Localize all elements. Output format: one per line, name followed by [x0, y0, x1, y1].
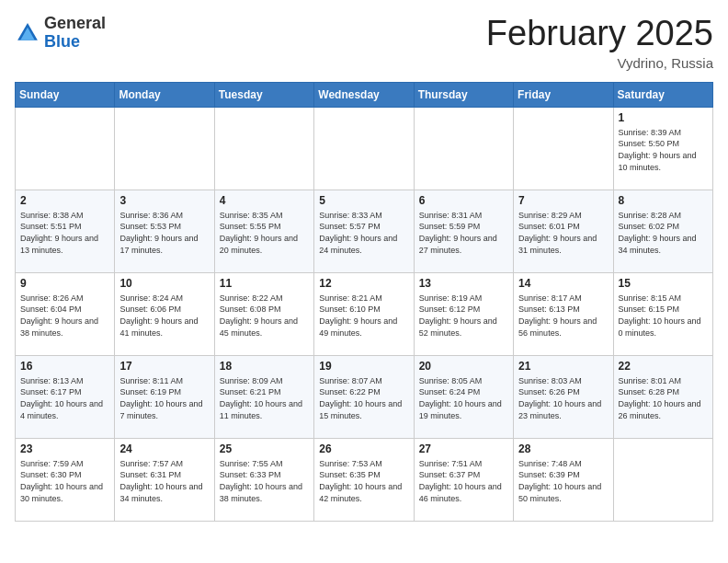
day-number: 13	[419, 277, 508, 290]
calendar-header-row: Sunday Monday Tuesday Wednesday Thursday…	[16, 82, 713, 107]
day-info: Sunrise: 8:21 AM Sunset: 6:10 PM Dayligh…	[319, 293, 408, 339]
day-number: 21	[518, 360, 608, 373]
weekday-wednesday: Wednesday	[314, 82, 414, 107]
logo-icon	[15, 20, 40, 46]
day-number: 5	[319, 194, 408, 207]
title-block: February 2025 Vydrino, Russia	[486, 15, 713, 71]
day-number: 20	[419, 360, 508, 373]
day-number: 25	[220, 442, 309, 455]
day-number: 17	[119, 360, 209, 373]
calendar-cell-w0-d2	[214, 107, 313, 190]
calendar-cell-w2-d1: 10Sunrise: 8:24 AM Sunset: 6:06 PM Dayli…	[115, 272, 214, 355]
day-info: Sunrise: 8:22 AM Sunset: 6:08 PM Dayligh…	[220, 293, 309, 339]
weekday-tuesday: Tuesday	[214, 82, 313, 107]
day-info: Sunrise: 8:15 AM Sunset: 6:15 PM Dayligh…	[619, 293, 708, 339]
weekday-saturday: Saturday	[613, 82, 712, 107]
calendar-cell-w0-d3	[314, 107, 414, 190]
day-number: 6	[419, 194, 508, 207]
calendar-cell-w4-d0: 23Sunrise: 7:59 AM Sunset: 6:30 PM Dayli…	[16, 438, 115, 521]
day-number: 22	[619, 360, 708, 373]
day-info: Sunrise: 8:17 AM Sunset: 6:13 PM Dayligh…	[518, 293, 608, 339]
day-info: Sunrise: 8:07 AM Sunset: 6:22 PM Dayligh…	[319, 375, 408, 421]
day-info: Sunrise: 8:31 AM Sunset: 5:59 PM Dayligh…	[419, 210, 508, 256]
calendar-cell-w2-d0: 9Sunrise: 8:26 AM Sunset: 6:04 PM Daylig…	[16, 272, 115, 355]
day-number: 3	[119, 194, 209, 207]
calendar-cell-w1-d1: 3Sunrise: 8:36 AM Sunset: 5:53 PM Daylig…	[115, 190, 214, 272]
day-number: 1	[619, 111, 708, 124]
calendar-cell-w1-d0: 2Sunrise: 8:38 AM Sunset: 5:51 PM Daylig…	[16, 190, 115, 272]
calendar-cell-w3-d4: 20Sunrise: 8:05 AM Sunset: 6:24 PM Dayli…	[414, 355, 513, 438]
day-info: Sunrise: 8:19 AM Sunset: 6:12 PM Dayligh…	[419, 293, 508, 339]
day-info: Sunrise: 8:03 AM Sunset: 6:26 PM Dayligh…	[518, 375, 608, 421]
calendar-cell-w2-d4: 13Sunrise: 8:19 AM Sunset: 6:12 PM Dayli…	[414, 272, 513, 355]
day-number: 24	[119, 442, 209, 455]
calendar-cell-w0-d4	[414, 107, 513, 190]
day-number: 4	[220, 194, 309, 207]
day-info: Sunrise: 8:05 AM Sunset: 6:24 PM Dayligh…	[419, 375, 508, 421]
weekday-thursday: Thursday	[414, 82, 513, 107]
week-row-0: 1Sunrise: 8:39 AM Sunset: 5:50 PM Daylig…	[16, 107, 713, 190]
day-info: Sunrise: 8:28 AM Sunset: 6:02 PM Dayligh…	[619, 210, 708, 256]
day-info: Sunrise: 8:29 AM Sunset: 6:01 PM Dayligh…	[518, 210, 608, 256]
weekday-monday: Monday	[115, 82, 214, 107]
calendar-cell-w0-d6: 1Sunrise: 8:39 AM Sunset: 5:50 PM Daylig…	[613, 107, 712, 190]
day-number: 15	[619, 277, 708, 290]
day-info: Sunrise: 7:53 AM Sunset: 6:35 PM Dayligh…	[319, 458, 408, 504]
day-info: Sunrise: 8:01 AM Sunset: 6:28 PM Dayligh…	[619, 375, 708, 421]
week-row-1: 2Sunrise: 8:38 AM Sunset: 5:51 PM Daylig…	[16, 190, 713, 272]
calendar-cell-w4-d6	[613, 438, 712, 521]
logo: General Blue	[15, 15, 106, 52]
calendar-cell-w3-d2: 18Sunrise: 8:09 AM Sunset: 6:21 PM Dayli…	[214, 355, 313, 438]
calendar-cell-w3-d3: 19Sunrise: 8:07 AM Sunset: 6:22 PM Dayli…	[314, 355, 414, 438]
day-info: Sunrise: 7:57 AM Sunset: 6:31 PM Dayligh…	[119, 458, 209, 504]
day-number: 12	[319, 277, 408, 290]
day-number: 18	[220, 360, 309, 373]
week-row-4: 23Sunrise: 7:59 AM Sunset: 6:30 PM Dayli…	[16, 438, 713, 521]
calendar-cell-w1-d2: 4Sunrise: 8:35 AM Sunset: 5:55 PM Daylig…	[214, 190, 313, 272]
day-info: Sunrise: 8:39 AM Sunset: 5:50 PM Dayligh…	[619, 127, 708, 173]
day-number: 8	[619, 194, 708, 207]
logo-text: General Blue	[44, 15, 106, 52]
day-info: Sunrise: 8:38 AM Sunset: 5:51 PM Dayligh…	[20, 210, 109, 256]
day-info: Sunrise: 7:48 AM Sunset: 6:39 PM Dayligh…	[518, 458, 608, 504]
day-info: Sunrise: 8:35 AM Sunset: 5:55 PM Dayligh…	[220, 210, 309, 256]
calendar-cell-w0-d1	[115, 107, 214, 190]
logo-general: General	[44, 14, 106, 32]
calendar-cell-w4-d3: 26Sunrise: 7:53 AM Sunset: 6:35 PM Dayli…	[314, 438, 414, 521]
week-row-3: 16Sunrise: 8:13 AM Sunset: 6:17 PM Dayli…	[16, 355, 713, 438]
day-info: Sunrise: 8:11 AM Sunset: 6:19 PM Dayligh…	[119, 375, 209, 421]
day-number: 23	[20, 442, 109, 455]
calendar-cell-w3-d1: 17Sunrise: 8:11 AM Sunset: 6:19 PM Dayli…	[115, 355, 214, 438]
calendar-cell-w4-d1: 24Sunrise: 7:57 AM Sunset: 6:31 PM Dayli…	[115, 438, 214, 521]
calendar-cell-w0-d0	[16, 107, 115, 190]
weekday-friday: Friday	[514, 82, 613, 107]
calendar-cell-w2-d6: 15Sunrise: 8:15 AM Sunset: 6:15 PM Dayli…	[613, 272, 712, 355]
calendar-cell-w4-d5: 28Sunrise: 7:48 AM Sunset: 6:39 PM Dayli…	[514, 438, 613, 521]
calendar: Sunday Monday Tuesday Wednesday Thursday…	[15, 82, 713, 522]
day-info: Sunrise: 8:26 AM Sunset: 6:04 PM Dayligh…	[20, 293, 109, 339]
day-info: Sunrise: 7:59 AM Sunset: 6:30 PM Dayligh…	[20, 458, 109, 504]
calendar-cell-w4-d2: 25Sunrise: 7:55 AM Sunset: 6:33 PM Dayli…	[214, 438, 313, 521]
day-number: 2	[20, 194, 109, 207]
calendar-cell-w1-d3: 5Sunrise: 8:33 AM Sunset: 5:57 PM Daylig…	[314, 190, 414, 272]
month-title: February 2025	[486, 15, 713, 53]
day-number: 11	[220, 277, 309, 290]
calendar-cell-w1-d5: 7Sunrise: 8:29 AM Sunset: 6:01 PM Daylig…	[514, 190, 613, 272]
day-info: Sunrise: 8:36 AM Sunset: 5:53 PM Dayligh…	[119, 210, 209, 256]
calendar-cell-w3-d6: 22Sunrise: 8:01 AM Sunset: 6:28 PM Dayli…	[613, 355, 712, 438]
weekday-sunday: Sunday	[16, 82, 115, 107]
calendar-cell-w3-d0: 16Sunrise: 8:13 AM Sunset: 6:17 PM Dayli…	[16, 355, 115, 438]
calendar-cell-w4-d4: 27Sunrise: 7:51 AM Sunset: 6:37 PM Dayli…	[414, 438, 513, 521]
calendar-cell-w1-d6: 8Sunrise: 8:28 AM Sunset: 6:02 PM Daylig…	[613, 190, 712, 272]
day-info: Sunrise: 7:55 AM Sunset: 6:33 PM Dayligh…	[220, 458, 309, 504]
logo-blue: Blue	[44, 32, 80, 51]
calendar-cell-w1-d4: 6Sunrise: 8:31 AM Sunset: 5:59 PM Daylig…	[414, 190, 513, 272]
day-number: 27	[419, 442, 508, 455]
day-number: 16	[20, 360, 109, 373]
day-info: Sunrise: 8:24 AM Sunset: 6:06 PM Dayligh…	[119, 293, 209, 339]
calendar-cell-w2-d2: 11Sunrise: 8:22 AM Sunset: 6:08 PM Dayli…	[214, 272, 313, 355]
day-info: Sunrise: 7:51 AM Sunset: 6:37 PM Dayligh…	[419, 458, 508, 504]
day-number: 14	[518, 277, 608, 290]
calendar-cell-w3-d5: 21Sunrise: 8:03 AM Sunset: 6:26 PM Dayli…	[514, 355, 613, 438]
day-number: 26	[319, 442, 408, 455]
